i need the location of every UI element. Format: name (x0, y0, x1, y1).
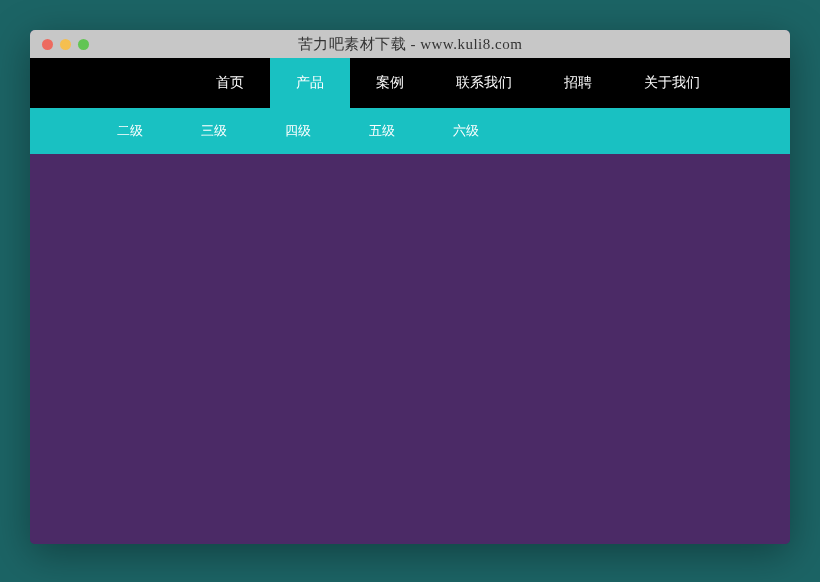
nav-item-product[interactable]: 产品 (270, 58, 350, 108)
titlebar: 苦力吧素材下载 - www.kuli8.com (30, 30, 790, 58)
subnav-item-level3[interactable]: 三级 (172, 122, 256, 140)
main-nav: 首页 产品 案例 联系我们 招聘 关于我们 (30, 58, 790, 108)
window-controls (30, 39, 89, 50)
window-title: 苦力吧素材下载 - www.kuli8.com (30, 35, 790, 54)
sub-nav: 二级 三级 四级 五级 六级 (30, 108, 790, 154)
content-area (30, 154, 790, 544)
nav-item-about[interactable]: 关于我们 (618, 58, 726, 108)
minimize-icon[interactable] (60, 39, 71, 50)
maximize-icon[interactable] (78, 39, 89, 50)
app-window: 苦力吧素材下载 - www.kuli8.com 首页 产品 案例 联系我们 招聘… (30, 30, 790, 544)
nav-item-cases[interactable]: 案例 (350, 58, 430, 108)
nav-item-home[interactable]: 首页 (190, 58, 270, 108)
subnav-item-level5[interactable]: 五级 (340, 122, 424, 140)
subnav-item-level6[interactable]: 六级 (424, 122, 508, 140)
subnav-item-level4[interactable]: 四级 (256, 122, 340, 140)
nav-item-contact[interactable]: 联系我们 (430, 58, 538, 108)
close-icon[interactable] (42, 39, 53, 50)
subnav-item-level2[interactable]: 二级 (88, 122, 172, 140)
nav-item-jobs[interactable]: 招聘 (538, 58, 618, 108)
